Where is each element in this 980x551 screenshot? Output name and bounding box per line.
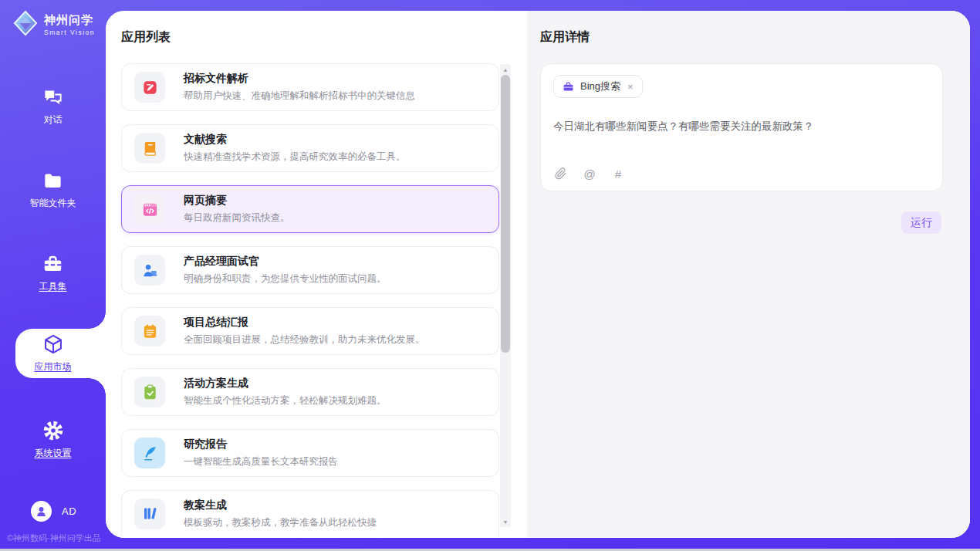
scroll-down-icon[interactable]: ▼ (500, 517, 511, 526)
app-name: 文献搜索 (184, 133, 406, 147)
brand: 神州问学 Smart Vision (12, 10, 95, 39)
app-desc: 一键智能生成高质量长文本研究报告 (184, 455, 338, 468)
folder-icon (42, 170, 64, 191)
sidebar-item-2[interactable]: 工具集 (0, 253, 106, 293)
gear-icon (42, 420, 64, 441)
hash-icon[interactable]: # (611, 167, 625, 181)
sidebar-item-4[interactable]: 系统设置 (0, 420, 106, 460)
user-avatar-icon (31, 501, 52, 522)
cube-icon (42, 333, 64, 355)
user-account[interactable]: AD (31, 501, 76, 522)
app-name: 教案生成 (184, 499, 377, 512)
webpage-summary-icon (134, 194, 165, 225)
sidebar-item-0[interactable]: 对话 (0, 86, 106, 127)
brand-name: 神州问学 (44, 13, 95, 28)
app-desc: 每日政府新闻资讯快查。 (184, 211, 290, 225)
scroll-up-icon[interactable]: ▲ (500, 65, 511, 74)
sidebar-item-3[interactable]: 应用市场 (0, 333, 106, 374)
literature-search-icon (134, 133, 165, 164)
app-desc: 智能生成个性化活动方案，轻松解决规划难题。 (184, 394, 387, 407)
gem-diamond-icon (12, 10, 39, 39)
at-icon[interactable]: @ (583, 167, 596, 181)
bid-document-icon (134, 72, 165, 103)
app-desc: 模板驱动，教案秒成，教学准备从此轻松快捷 (184, 516, 377, 529)
sidebar-item-label: 系统设置 (35, 447, 72, 460)
app-name: 招标文件解析 (184, 72, 415, 86)
app-card-7[interactable]: 教案生成模板驱动，教案秒成，教学准备从此轻松快捷 (121, 490, 499, 536)
app-desc: 快速精准查找学术资源，提高研究效率的必备工具。 (184, 150, 406, 164)
query-card[interactable]: Bing搜索 × 今日湖北有哪些新闻要点？有哪些需要关注的最新政策？ @ # (540, 63, 943, 191)
run-button[interactable]: 运行 (901, 211, 941, 234)
attachment-toolbar: @ # (554, 167, 625, 181)
main-content: 应用列表 招标文件解析帮助用户快速、准确地理解和解析招标书中的关键信息文献搜索快… (106, 11, 970, 538)
sidebar-item-1[interactable]: 智能文件夹 (0, 170, 106, 210)
app-name: 研究报告 (184, 438, 338, 451)
app-card-3[interactable]: 产品经理面试官明确身份和职责，为您提供专业性的面试问题。 (121, 246, 499, 294)
app-desc: 全面回顾项目进展，总结经验教训，助力未来优化发展。 (184, 333, 425, 346)
paperclip-icon[interactable] (554, 167, 568, 181)
sidebar: 神州问学 Smart Vision 对话智能文件夹工具集应用市场系统设置 AD … (0, 0, 106, 551)
event-plan-icon (134, 377, 165, 407)
sidebar-item-label: 对话 (44, 113, 63, 127)
tool-tag-label: Bing搜索 (580, 79, 620, 93)
toolbox-icon (42, 253, 64, 275)
app-card-list: 招标文件解析帮助用户快速、准确地理解和解析招标书中的关键信息文献搜索快速精准查找… (121, 63, 499, 536)
app-name: 产品经理面试官 (184, 255, 387, 269)
app-card-4[interactable]: 项目总结汇报全面回顾项目进展，总结经验教训，助力未来优化发展。 (121, 307, 499, 355)
app-card-2[interactable]: 网页摘要每日政府新闻资讯快查。 (121, 185, 499, 233)
interviewer-icon (134, 255, 165, 286)
app-list-panel: 应用列表 招标文件解析帮助用户快速、准确地理解和解析招标书中的关键信息文献搜索快… (106, 11, 527, 538)
research-report-icon (134, 438, 165, 468)
lesson-plan-icon (134, 499, 165, 529)
chat-icon (42, 86, 64, 108)
query-text[interactable]: 今日湖北有哪些新闻要点？有哪些需要关注的最新政策？ (553, 119, 930, 134)
app-detail-title: 应用详情 (540, 29, 943, 46)
user-initials: AD (62, 505, 76, 517)
sidebar-item-label: 智能文件夹 (30, 197, 76, 210)
project-summary-icon (134, 316, 165, 346)
app-desc: 明确身份和职责，为您提供专业性的面试问题。 (184, 272, 387, 286)
app-name: 活动方案生成 (184, 377, 387, 390)
app-card-6[interactable]: 研究报告一键智能生成高质量长文本研究报告 (121, 429, 499, 477)
tool-tag-bing[interactable]: Bing搜索 × (553, 75, 643, 98)
scrollbar-thumb[interactable] (501, 75, 510, 353)
app-name: 项目总结汇报 (184, 316, 425, 330)
app-list-title: 应用列表 (121, 29, 171, 46)
copyright: ©神州数码·神州问学出品 (7, 532, 101, 544)
app-card-1[interactable]: 文献搜索快速精准查找学术资源，提高研究效率的必备工具。 (121, 124, 499, 172)
app-card-0[interactable]: 招标文件解析帮助用户快速、准确地理解和解析招标书中的关键信息 (121, 63, 499, 111)
scrollbar[interactable]: ▲ ▼ (500, 64, 511, 527)
app-name: 网页摘要 (184, 194, 290, 208)
app-card-5[interactable]: 活动方案生成智能生成个性化活动方案，轻松解决规划难题。 (121, 368, 499, 416)
brand-tagline: Smart Vision (44, 29, 95, 36)
sidebar-item-label: 应用市场 (35, 360, 72, 374)
briefcase-icon (563, 81, 574, 93)
tool-tag-close-icon[interactable]: × (627, 81, 634, 93)
app-detail-panel: 应用详情 Bing搜索 × 今日湖北有哪些新闻要点？有哪些需要关注的最新政策？ … (527, 11, 970, 538)
app-desc: 帮助用户快速、准确地理解和解析招标书中的关键信息 (184, 90, 415, 103)
sidebar-item-label: 工具集 (39, 280, 67, 293)
